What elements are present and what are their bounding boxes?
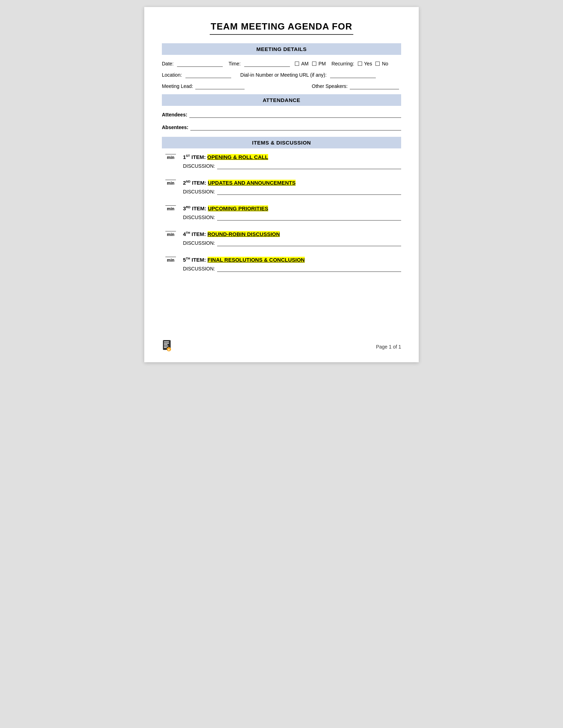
item-1-ordinal: ST — [186, 154, 190, 158]
page-footer: e Page 1 of 1 — [162, 340, 401, 353]
item-3-ordinal: RD — [186, 205, 190, 209]
recurring-label: Recurring: — [331, 61, 354, 66]
item-4-min-label: min — [167, 232, 174, 237]
dialin-field[interactable] — [330, 72, 376, 78]
item-3-min-label: min — [167, 206, 174, 211]
item-2-ordinal: ND — [186, 180, 190, 183]
brand-logo-icon: e — [162, 340, 172, 351]
item-3-disc-field[interactable] — [217, 214, 401, 221]
no-checkbox[interactable] — [375, 62, 380, 66]
item-1-title: 1ST ITEM: OPENING & ROLL CALL — [183, 154, 268, 160]
location-label: Location: — [162, 72, 182, 78]
items-header: ITEMS & DISCUSSION — [162, 137, 401, 148]
item-5-highlight: FINAL RESOLUTIONS & CONCLUSION — [208, 257, 305, 263]
date-time-row: Date: Time: AM PM Recurring: Yes No — [162, 60, 401, 67]
item-2-min-col: min — [162, 180, 179, 186]
item-4-title: 4TH ITEM: ROUND-ROBIN DISCUSSION — [183, 231, 280, 237]
svg-rect-2 — [164, 343, 169, 344]
no-label: No — [382, 61, 388, 66]
item-3-disc-label: DISCUSSION: — [183, 215, 215, 220]
date-label: Date: — [162, 61, 173, 66]
item-4-discussion: DISCUSSION: — [162, 240, 401, 246]
item-4-min-col: min — [162, 231, 179, 237]
item-5-min-label: min — [167, 258, 174, 263]
item-2-disc-label: DISCUSSION: — [183, 189, 215, 194]
lead-speakers-row: Meeting Lead: Other Speakers: — [162, 83, 401, 89]
item-2-discussion: DISCUSSION: — [162, 189, 401, 195]
item-5-header: min 5TH ITEM: FINAL RESOLUTIONS & CONCLU… — [162, 257, 401, 263]
meeting-lead-field[interactable] — [195, 83, 245, 89]
item-2-title: 2ND ITEM: UPDATES AND ANNOUNCEMENTS — [183, 180, 296, 186]
item-4-disc-field[interactable] — [217, 240, 401, 246]
absentees-field[interactable] — [190, 124, 401, 130]
title-underline — [210, 34, 353, 35]
item-3-highlight: UPCOMING PRIORITIES — [208, 205, 268, 211]
item-1-min-col: min — [162, 154, 179, 160]
other-speakers-label: Other Speakers: — [312, 83, 348, 89]
item-5-title: 5TH ITEM: FINAL RESOLUTIONS & CONCLUSION — [183, 257, 305, 263]
items-section: ITEMS & DISCUSSION min 1ST ITEM: OPENING… — [162, 137, 401, 272]
item-1-header: min 1ST ITEM: OPENING & ROLL CALL — [162, 154, 401, 160]
attendees-row: Attendees: — [162, 111, 401, 118]
attendance-section: ATTENDANCE Attendees: Absentees: — [162, 94, 401, 130]
item-2-disc-field[interactable] — [217, 189, 401, 195]
pm-checkbox[interactable] — [312, 62, 316, 66]
item-3-header: min 3RD ITEM: UPCOMING PRIORITIES — [162, 205, 401, 211]
yes-label: Yes — [364, 61, 372, 66]
item-3-min-col: min — [162, 205, 179, 211]
item-4-highlight: ROUND-ROBIN DISCUSSION — [208, 231, 280, 237]
date-field[interactable] — [177, 60, 223, 67]
item-1-discussion: DISCUSSION: — [162, 163, 401, 169]
item-1-highlight: OPENING & ROLL CALL — [207, 154, 268, 160]
svg-rect-5 — [164, 347, 167, 348]
am-label: AM — [301, 61, 309, 66]
other-speakers-field[interactable] — [350, 83, 399, 89]
agenda-item-4: min 4TH ITEM: ROUND-ROBIN DISCUSSION DIS… — [162, 231, 401, 246]
item-3-title: 3RD ITEM: UPCOMING PRIORITIES — [183, 205, 268, 211]
yes-checkbox[interactable] — [358, 62, 362, 66]
item-4-header: min 4TH ITEM: ROUND-ROBIN DISCUSSION — [162, 231, 401, 237]
svg-rect-1 — [164, 341, 169, 342]
item-5-ordinal: TH — [186, 257, 190, 260]
dialin-label: Dial-in Number or Meeting URL (if any): — [240, 72, 327, 78]
item-4-disc-label: DISCUSSION: — [183, 240, 215, 246]
item-2-highlight: UPDATES AND ANNOUNCEMENTS — [208, 180, 296, 186]
meeting-lead-label: Meeting Lead: — [162, 83, 193, 89]
item-1-min-label: min — [167, 155, 174, 160]
attendees-field[interactable] — [189, 111, 401, 118]
item-2-header: min 2ND ITEM: UPDATES AND ANNOUNCEMENTS — [162, 180, 401, 186]
item-1-disc-field[interactable] — [217, 163, 401, 169]
item-4-ordinal: TH — [186, 231, 190, 235]
item-4-min-line — [165, 231, 176, 231]
meeting-details-header: MEETING DETAILS — [162, 43, 401, 55]
meeting-lead-group: Meeting Lead: — [162, 83, 247, 89]
agenda-item-1: min 1ST ITEM: OPENING & ROLL CALL DISCUS… — [162, 154, 401, 169]
item-5-discussion: DISCUSSION: — [162, 266, 401, 272]
absentees-label: Absentees: — [162, 124, 188, 130]
am-checkbox[interactable] — [295, 62, 299, 66]
svg-text:e: e — [168, 348, 170, 351]
item-5-disc-label: DISCUSSION: — [183, 266, 215, 272]
item-5-min-line — [165, 257, 176, 257]
item-3-min-line — [165, 205, 176, 206]
time-field[interactable] — [244, 60, 290, 67]
item-1-disc-label: DISCUSSION: — [183, 163, 215, 169]
absentees-row: Absentees: — [162, 124, 401, 130]
location-field[interactable] — [185, 72, 231, 78]
other-speakers-group: Other Speakers: — [312, 83, 401, 89]
meeting-details-section: MEETING DETAILS Date: Time: AM PM Recurr… — [162, 43, 401, 89]
item-5-min-col: min — [162, 257, 179, 263]
attendees-label: Attendees: — [162, 112, 187, 117]
brand-icon: e — [162, 340, 172, 353]
svg-rect-3 — [164, 344, 167, 345]
location-row: Location: Dial-in Number or Meeting URL … — [162, 72, 401, 78]
page-title: TEAM MEETING AGENDA FOR — [162, 21, 401, 32]
item-1-min-line — [165, 154, 176, 154]
item-2-min-line — [165, 180, 176, 180]
agenda-item-3: min 3RD ITEM: UPCOMING PRIORITIES DISCUS… — [162, 205, 401, 221]
agenda-item-5: min 5TH ITEM: FINAL RESOLUTIONS & CONCLU… — [162, 257, 401, 272]
item-5-disc-field[interactable] — [217, 266, 401, 272]
item-3-discussion: DISCUSSION: — [162, 214, 401, 221]
am-checkbox-group: AM PM Recurring: Yes No — [295, 61, 388, 66]
document-page: TEAM MEETING AGENDA FOR MEETING DETAILS … — [144, 7, 419, 362]
